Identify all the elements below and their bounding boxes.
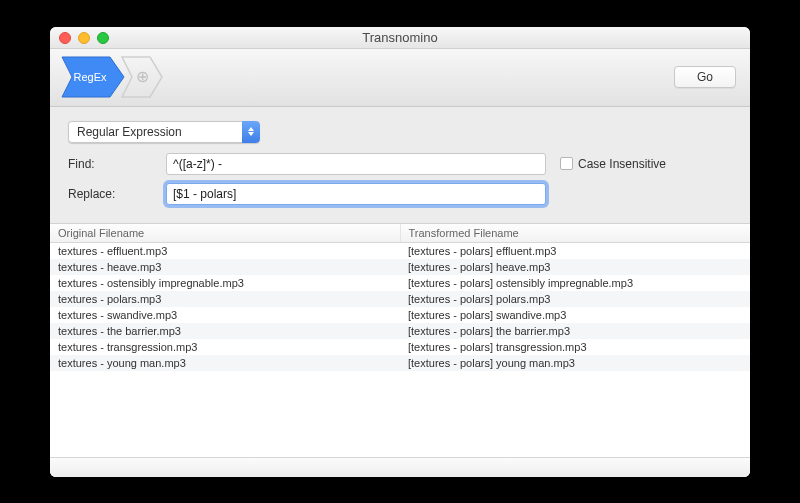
table-row[interactable]: textures - transgression.mp3[textures - … [50,339,750,355]
table-body[interactable]: textures - effluent.mp3[textures - polar… [50,243,750,457]
app-window: Transnomino RegEx ⊕ Go Regular Expressio… [50,27,750,477]
toolbar: RegEx ⊕ Go [50,49,750,107]
table-footer [50,457,750,477]
cell-original: textures - transgression.mp3 [50,339,400,355]
plus-icon: ⊕ [133,68,151,86]
table-row[interactable]: textures - effluent.mp3[textures - polar… [50,243,750,259]
cell-transformed: [textures - polars] heave.mp3 [400,259,750,275]
cell-transformed: [textures - polars] polars.mp3 [400,291,750,307]
table-row[interactable]: textures - heave.mp3[textures - polars] … [50,259,750,275]
table-row[interactable]: textures - young man.mp3[textures - pola… [50,355,750,371]
find-label: Find: [68,157,158,171]
controls-panel: Regular Expression Find: Case Insensitiv… [50,107,750,223]
chevron-up-down-icon [242,121,260,143]
replace-input[interactable] [166,183,546,205]
cell-original: textures - effluent.mp3 [50,243,400,259]
col-transformed[interactable]: Transformed Filename [401,224,751,242]
case-insensitive-option[interactable]: Case Insensitive [560,157,666,171]
add-step-button[interactable]: ⊕ [120,55,164,99]
table-row[interactable]: textures - swandive.mp3[textures - polar… [50,307,750,323]
cell-original: textures - heave.mp3 [50,259,400,275]
cell-transformed: [textures - polars] the barrier.mp3 [400,323,750,339]
cell-original: textures - the barrier.mp3 [50,323,400,339]
cell-original: textures - polars.mp3 [50,291,400,307]
window-title: Transnomino [362,30,437,45]
case-insensitive-label: Case Insensitive [578,157,666,171]
cell-transformed: [textures - polars] swandive.mp3 [400,307,750,323]
table-row[interactable]: textures - polars.mp3[textures - polars]… [50,291,750,307]
results-table: Original Filename Transformed Filename t… [50,223,750,477]
cell-original: textures - young man.mp3 [50,355,400,371]
cell-original: textures - swandive.mp3 [50,307,400,323]
traffic-lights [59,32,109,44]
cell-transformed: [textures - polars] ostensibly impregnab… [400,275,750,291]
find-input[interactable] [166,153,546,175]
zoom-icon[interactable] [97,32,109,44]
mode-select[interactable]: Regular Expression [68,121,260,143]
minimize-icon[interactable] [78,32,90,44]
table-row[interactable]: textures - the barrier.mp3[textures - po… [50,323,750,339]
replace-label: Replace: [68,187,158,201]
checkbox-icon [560,157,573,170]
cell-transformed: [textures - polars] transgression.mp3 [400,339,750,355]
cell-transformed: [textures - polars] effluent.mp3 [400,243,750,259]
cell-transformed: [textures - polars] young man.mp3 [400,355,750,371]
col-original[interactable]: Original Filename [50,224,401,242]
table-row[interactable]: textures - ostensibly impregnable.mp3[te… [50,275,750,291]
go-button[interactable]: Go [674,66,736,88]
find-row: Find: Case Insensitive [68,153,732,175]
step-regex[interactable]: RegEx [60,55,126,99]
close-icon[interactable] [59,32,71,44]
step-label: RegEx [73,71,112,83]
cell-original: textures - ostensibly impregnable.mp3 [50,275,400,291]
replace-row: Replace: [68,183,732,205]
table-header: Original Filename Transformed Filename [50,224,750,243]
titlebar: Transnomino [50,27,750,49]
mode-select-value: Regular Expression [68,121,242,143]
